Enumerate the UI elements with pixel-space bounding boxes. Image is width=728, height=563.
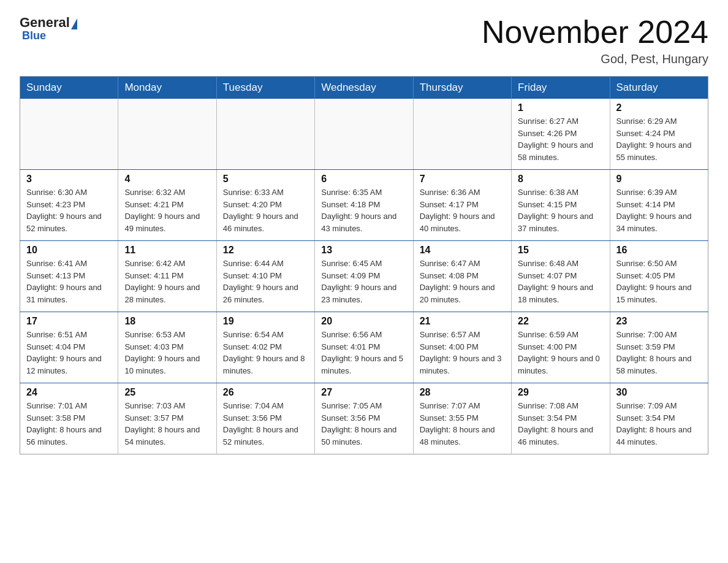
calendar-cell: 8Sunrise: 6:38 AMSunset: 4:15 PMDaylight…: [512, 170, 610, 241]
weekday-header-wednesday: Wednesday: [315, 77, 413, 99]
day-info: Sunrise: 6:42 AMSunset: 4:11 PMDaylight:…: [124, 258, 210, 305]
day-number: 7: [420, 174, 505, 185]
calendar-cell: 27Sunrise: 7:05 AMSunset: 3:56 PMDayligh…: [315, 383, 413, 454]
day-number: 25: [124, 387, 210, 398]
day-info: Sunrise: 7:05 AMSunset: 3:56 PMDaylight:…: [321, 400, 406, 448]
calendar-cell: 3Sunrise: 6:30 AMSunset: 4:23 PMDaylight…: [20, 170, 118, 241]
calendar-table: SundayMondayTuesdayWednesdayThursdayFrid…: [20, 76, 708, 454]
day-info: Sunrise: 6:35 AMSunset: 4:18 PMDaylight:…: [321, 186, 406, 234]
calendar-cell: 25Sunrise: 7:03 AMSunset: 3:57 PMDayligh…: [118, 383, 216, 454]
calendar-week-5: 24Sunrise: 7:01 AMSunset: 3:58 PMDayligh…: [20, 383, 708, 454]
day-number: 30: [616, 387, 702, 398]
day-info: Sunrise: 7:01 AMSunset: 3:58 PMDaylight:…: [26, 400, 112, 448]
calendar-week-2: 3Sunrise: 6:30 AMSunset: 4:23 PMDaylight…: [20, 170, 708, 241]
logo-blue-text: Blue: [22, 29, 46, 42]
calendar-cell: 13Sunrise: 6:45 AMSunset: 4:09 PMDayligh…: [315, 241, 413, 312]
calendar-cell: 30Sunrise: 7:09 AMSunset: 3:54 PMDayligh…: [610, 383, 708, 454]
calendar-week-4: 17Sunrise: 6:51 AMSunset: 4:04 PMDayligh…: [20, 312, 708, 383]
calendar-week-1: 1Sunrise: 6:27 AMSunset: 4:26 PMDaylight…: [20, 99, 708, 170]
calendar-cell: 28Sunrise: 7:07 AMSunset: 3:55 PMDayligh…: [413, 383, 511, 454]
calendar-cell: 2Sunrise: 6:29 AMSunset: 4:24 PMDaylight…: [610, 99, 708, 170]
day-info: Sunrise: 6:33 AMSunset: 4:20 PMDaylight:…: [223, 186, 308, 234]
day-number: 4: [124, 174, 210, 185]
calendar-cell: [413, 99, 511, 170]
logo-triangle-icon: [71, 18, 77, 29]
day-info: Sunrise: 6:30 AMSunset: 4:23 PMDaylight:…: [26, 186, 112, 234]
day-number: 6: [321, 174, 406, 185]
logo-general: General: [20, 15, 70, 31]
day-info: Sunrise: 6:48 AMSunset: 4:07 PMDaylight:…: [518, 258, 603, 305]
day-number: 16: [616, 245, 702, 256]
day-info: Sunrise: 6:39 AMSunset: 4:14 PMDaylight:…: [616, 186, 702, 234]
day-info: Sunrise: 6:57 AMSunset: 4:00 PMDaylight:…: [420, 329, 505, 377]
calendar-cell: 23Sunrise: 7:00 AMSunset: 3:59 PMDayligh…: [610, 312, 708, 383]
weekday-header-friday: Friday: [512, 77, 610, 99]
day-number: 12: [223, 245, 308, 256]
day-info: Sunrise: 7:00 AMSunset: 3:59 PMDaylight:…: [616, 329, 702, 377]
calendar-cell: 6Sunrise: 6:35 AMSunset: 4:18 PMDaylight…: [315, 170, 413, 241]
day-info: Sunrise: 7:04 AMSunset: 3:56 PMDaylight:…: [223, 400, 308, 448]
weekday-header-row: SundayMondayTuesdayWednesdayThursdayFrid…: [20, 77, 708, 99]
day-number: 23: [616, 316, 702, 327]
day-number: 21: [420, 316, 505, 327]
day-info: Sunrise: 6:27 AMSunset: 4:26 PMDaylight:…: [518, 115, 603, 163]
day-info: Sunrise: 6:59 AMSunset: 4:00 PMDaylight:…: [518, 329, 603, 377]
day-number: 22: [518, 316, 603, 327]
day-info: Sunrise: 6:47 AMSunset: 4:08 PMDaylight:…: [420, 258, 505, 305]
day-number: 9: [616, 174, 702, 185]
calendar-cell: 18Sunrise: 6:53 AMSunset: 4:03 PMDayligh…: [118, 312, 216, 383]
day-info: Sunrise: 6:41 AMSunset: 4:13 PMDaylight:…: [26, 258, 112, 305]
day-info: Sunrise: 6:53 AMSunset: 4:03 PMDaylight:…: [124, 329, 210, 377]
day-number: 15: [518, 245, 603, 256]
weekday-header-tuesday: Tuesday: [216, 77, 314, 99]
day-info: Sunrise: 6:50 AMSunset: 4:05 PMDaylight:…: [616, 258, 702, 305]
day-info: Sunrise: 6:32 AMSunset: 4:21 PMDaylight:…: [124, 186, 210, 234]
day-number: 14: [420, 245, 505, 256]
title-area: November 2024 God, Pest, Hungary: [482, 15, 708, 66]
day-info: Sunrise: 6:44 AMSunset: 4:10 PMDaylight:…: [223, 258, 308, 305]
day-info: Sunrise: 7:08 AMSunset: 3:54 PMDaylight:…: [518, 400, 603, 448]
day-info: Sunrise: 6:36 AMSunset: 4:17 PMDaylight:…: [420, 186, 505, 234]
calendar-cell: 22Sunrise: 6:59 AMSunset: 4:00 PMDayligh…: [512, 312, 610, 383]
calendar-cell: [315, 99, 413, 170]
day-info: Sunrise: 6:56 AMSunset: 4:01 PMDaylight:…: [321, 329, 406, 377]
day-number: 18: [124, 316, 210, 327]
day-number: 1: [518, 102, 603, 113]
calendar-cell: 7Sunrise: 6:36 AMSunset: 4:17 PMDaylight…: [413, 170, 511, 241]
logo: General Blue: [20, 15, 78, 42]
day-info: Sunrise: 7:07 AMSunset: 3:55 PMDaylight:…: [420, 400, 505, 448]
calendar-cell: [20, 99, 118, 170]
calendar-cell: 19Sunrise: 6:54 AMSunset: 4:02 PMDayligh…: [216, 312, 314, 383]
page-header: General Blue November 2024 God, Pest, Hu…: [20, 15, 708, 66]
calendar-header: SundayMondayTuesdayWednesdayThursdayFrid…: [20, 77, 708, 99]
day-number: 19: [223, 316, 308, 327]
day-info: Sunrise: 6:45 AMSunset: 4:09 PMDaylight:…: [321, 258, 406, 305]
day-number: 28: [420, 387, 505, 398]
calendar-cell: 24Sunrise: 7:01 AMSunset: 3:58 PMDayligh…: [20, 383, 118, 454]
calendar-cell: 5Sunrise: 6:33 AMSunset: 4:20 PMDaylight…: [216, 170, 314, 241]
logo-text: General: [20, 15, 78, 31]
day-number: 10: [26, 245, 112, 256]
calendar-cell: 29Sunrise: 7:08 AMSunset: 3:54 PMDayligh…: [512, 383, 610, 454]
day-info: Sunrise: 7:03 AMSunset: 3:57 PMDaylight:…: [124, 400, 210, 448]
weekday-header-thursday: Thursday: [413, 77, 511, 99]
calendar-cell: 12Sunrise: 6:44 AMSunset: 4:10 PMDayligh…: [216, 241, 314, 312]
calendar-cell: 21Sunrise: 6:57 AMSunset: 4:00 PMDayligh…: [413, 312, 511, 383]
day-number: 24: [26, 387, 112, 398]
day-number: 8: [518, 174, 603, 185]
day-number: 13: [321, 245, 406, 256]
calendar-cell: 11Sunrise: 6:42 AMSunset: 4:11 PMDayligh…: [118, 241, 216, 312]
calendar-cell: 15Sunrise: 6:48 AMSunset: 4:07 PMDayligh…: [512, 241, 610, 312]
calendar-cell: 9Sunrise: 6:39 AMSunset: 4:14 PMDaylight…: [610, 170, 708, 241]
day-number: 11: [124, 245, 210, 256]
day-number: 26: [223, 387, 308, 398]
calendar-cell: 20Sunrise: 6:56 AMSunset: 4:01 PMDayligh…: [315, 312, 413, 383]
calendar-cell: 10Sunrise: 6:41 AMSunset: 4:13 PMDayligh…: [20, 241, 118, 312]
day-number: 17: [26, 316, 112, 327]
day-number: 29: [518, 387, 603, 398]
day-number: 2: [616, 102, 702, 113]
calendar-cell: 4Sunrise: 6:32 AMSunset: 4:21 PMDaylight…: [118, 170, 216, 241]
day-info: Sunrise: 6:54 AMSunset: 4:02 PMDaylight:…: [223, 329, 308, 377]
day-number: 5: [223, 174, 308, 185]
calendar-cell: 17Sunrise: 6:51 AMSunset: 4:04 PMDayligh…: [20, 312, 118, 383]
